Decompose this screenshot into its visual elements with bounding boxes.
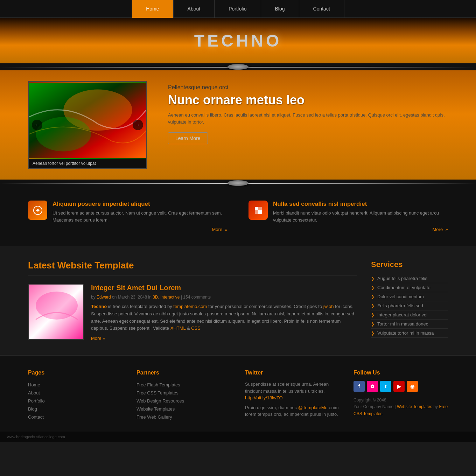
feature-1: Aliquam posuere imperdiet aliquet Ut sed… <box>28 201 227 232</box>
post-author-link[interactable]: Edward <box>97 295 111 300</box>
footer: Pages Home About Portfolio Blog Contact … <box>0 355 476 432</box>
youtube-icon[interactable]: ▶ <box>393 381 405 392</box>
bottom-footer: www.heritagechristiancollege.com <box>0 432 476 442</box>
twitter-icon[interactable]: t <box>380 381 391 392</box>
feature-2: Nulla sed convallis nisl imperdiet Morbi… <box>248 201 448 232</box>
social-icons: f ✿ t ▶ ◉ <box>354 381 448 392</box>
slider-caption: Aenean tortor vel porttitor volutpat <box>29 159 146 168</box>
footer-page-2[interactable]: Portfolio <box>28 397 122 405</box>
section-divider <box>28 275 357 275</box>
footer-follow-col: Follow Us f ✿ t ▶ ◉ Copyright © 2048 You… <box>354 370 448 421</box>
svg-rect-7 <box>258 207 262 210</box>
footer-partner-4[interactable]: Free Web Gallery <box>136 413 231 421</box>
feature-2-icon <box>248 201 268 220</box>
nav-blog[interactable]: Blog <box>261 0 299 18</box>
slider-prev-button[interactable]: ← <box>32 120 42 130</box>
hero-section: ← → Aenean tortor vel porttitor volutpat… <box>0 70 476 180</box>
footer-partners-col: Partners Free Flash Templates Free CSS T… <box>136 370 231 421</box>
twitter-link-1[interactable]: http://bit.ly/13lwZO <box>245 395 283 400</box>
post-more-arrow: » <box>103 336 105 341</box>
footer-twitter-title: Twitter <box>245 370 340 376</box>
service-list: Augue felis pharetra felis Condimentum e… <box>371 274 448 338</box>
feature-2-graphic <box>253 205 264 216</box>
feature-1-text: Ut sed lorem ac ante cursus auctor. Nam … <box>52 210 227 223</box>
twitter-text-1: Suspendisse at scelerisque urna. Aenean … <box>245 381 340 401</box>
footer-pages-col: Pages Home About Portfolio Blog Contact <box>28 370 122 421</box>
svg-rect-6 <box>255 210 258 214</box>
service-item-4[interactable]: Integer placerat dolor vel <box>371 310 448 320</box>
footer-partner-1[interactable]: Free CSS Templates <box>136 389 231 397</box>
section-title: Latest Website Template <box>28 260 357 271</box>
service-item-6[interactable]: Vulputate tortor mi in massa <box>371 329 448 338</box>
twitter-text-2: Proin dignissim, diam nec @TemplateMo en… <box>245 404 340 418</box>
feature-1-content: Aliquam posuere imperdiet aliquet Ut sed… <box>52 201 227 223</box>
footer-pages-title: Pages <box>28 370 122 376</box>
footer-follow-title: Follow Us <box>354 370 448 376</box>
post-credit-link[interactable]: jwloh <box>323 304 334 309</box>
more-arrow-icon: » <box>225 227 227 232</box>
post-image-graphic <box>29 285 84 340</box>
post-xhtml-link[interactable]: XHTML <box>170 326 186 331</box>
blog-post: Integer Sit Amet Dui Lorem by Edward on … <box>28 284 357 341</box>
feature-2-content: Nulla sed convallis nisl imperdiet Morbi… <box>273 201 448 223</box>
post-body: Techno is free css template provided by … <box>91 303 357 332</box>
hero-slider: ← → Aenean tortor vel porttitor volutpat <box>28 81 147 169</box>
feature-1-title: Aliquam posuere imperdiet aliquet <box>52 201 227 208</box>
website-templates-link[interactable]: Website Templates <box>397 404 432 409</box>
ornament-top <box>227 64 248 70</box>
post-brand: Techno <box>91 304 107 309</box>
hero-title: Nunc ornare metus leo <box>168 93 448 107</box>
nav-about[interactable]: About <box>174 0 215 18</box>
footer-page-3[interactable]: Blog <box>28 405 122 413</box>
service-item-2[interactable]: Dolor vel condimentum <box>371 292 448 301</box>
bottom-divider <box>0 180 476 187</box>
footer-partner-2[interactable]: Web Design Resources <box>136 397 231 405</box>
footer-page-0[interactable]: Home <box>28 381 122 389</box>
svg-rect-5 <box>258 210 262 214</box>
main-content: Latest Website Template <box>0 246 476 355</box>
rss-icon[interactable]: ◉ <box>407 381 418 392</box>
learn-more-button[interactable]: Learn More <box>168 132 208 144</box>
feature-2-text: Morbi blandit nunc vitae odio volutpat h… <box>273 210 448 223</box>
slider-next-button[interactable]: → <box>133 120 143 130</box>
flickr-icon[interactable]: ✿ <box>367 381 378 392</box>
service-item-0[interactable]: Augue felis pharetra felis <box>371 274 448 283</box>
footer-partner-0[interactable]: Free Flash Templates <box>136 381 231 389</box>
more-arrow-icon-2: » <box>446 227 448 232</box>
feature-2-header: Nulla sed convallis nisl imperdiet Morbi… <box>248 201 448 223</box>
footer-partner-3[interactable]: Website Templates <box>136 405 231 413</box>
nav-portfolio[interactable]: Portfolio <box>215 0 261 18</box>
post-category-link[interactable]: 3D, Interactive <box>153 295 180 300</box>
post-title[interactable]: Integer Sit Amet Dui Lorem <box>91 284 357 292</box>
nav-home[interactable]: Home <box>132 0 173 18</box>
sidebar-title: Services <box>371 260 448 269</box>
header-banner: TECHNO <box>0 18 476 63</box>
sidebar: Services Augue felis pharetra felis Cond… <box>371 260 448 341</box>
service-item-5[interactable]: Tortor mi in massa donec <box>371 320 448 329</box>
main-nav: Home About Portfolio Blog Contact <box>0 0 476 18</box>
post-image <box>28 284 84 340</box>
feature-1-graphic <box>33 205 43 216</box>
service-item-3[interactable]: Felis pharetra felis sed <box>371 301 448 310</box>
footer-page-4[interactable]: Contact <box>28 413 122 421</box>
feature-1-icon <box>28 201 47 220</box>
twitter-handle-link[interactable]: @TemplateMo <box>298 405 328 410</box>
post-site-link[interactable]: templatemo.com <box>173 304 207 309</box>
post-css-link[interactable]: CSS <box>191 326 201 331</box>
feature-2-more[interactable]: More » <box>248 227 448 232</box>
footer-partners-title: Partners <box>136 370 231 376</box>
slider-navigation: ← → <box>29 120 146 130</box>
post-more[interactable]: More » <box>91 336 357 341</box>
feature-2-title: Nulla sed convallis nisl imperdiet <box>273 201 448 208</box>
service-item-1[interactable]: Condimentum et vulputate <box>371 283 448 292</box>
feature-1-more[interactable]: More » <box>28 227 227 232</box>
post-content: Integer Sit Amet Dui Lorem by Edward on … <box>91 284 357 341</box>
svg-rect-4 <box>255 207 258 210</box>
hero-text: Pellentesque neque orci Nunc ornare metu… <box>168 81 448 144</box>
footer-page-1[interactable]: About <box>28 389 122 397</box>
nav-contact[interactable]: Contact <box>299 0 344 18</box>
hero-subtitle: Pellentesque neque orci <box>168 84 448 91</box>
site-title: TECHNO <box>194 31 282 50</box>
hero-description: Aenean eu convallis libero. Cras iaculis… <box>168 112 448 125</box>
facebook-icon[interactable]: f <box>354 381 365 392</box>
